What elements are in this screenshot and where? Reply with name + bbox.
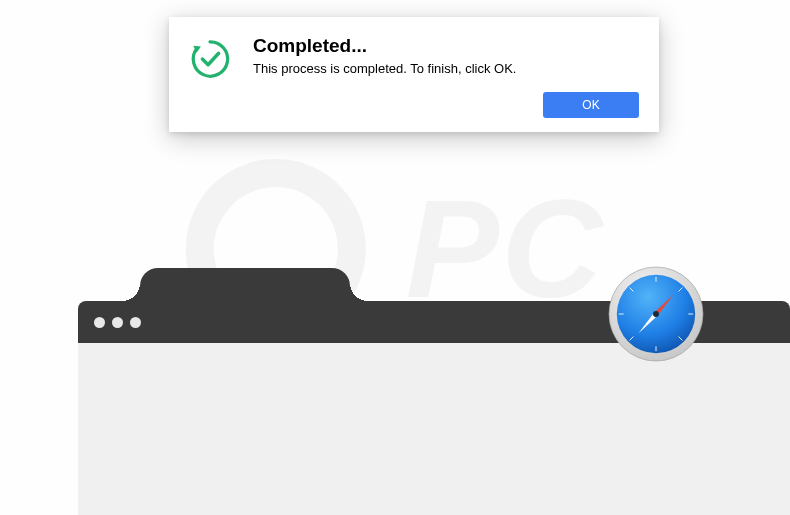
- browser-tab[interactable]: [140, 268, 350, 301]
- dialog-title: Completed...: [253, 35, 639, 57]
- safari-compass-icon: [607, 265, 705, 363]
- dialog-text-block: Completed... This process is completed. …: [253, 35, 639, 76]
- dialog-content: Completed... This process is completed. …: [189, 35, 639, 80]
- window-controls: [94, 317, 141, 328]
- browser-content: [78, 343, 790, 515]
- dialog-actions: OK: [189, 92, 639, 118]
- dialog-message: This process is completed. To finish, cl…: [253, 61, 639, 76]
- completed-dialog: Completed... This process is completed. …: [169, 17, 659, 132]
- ok-button[interactable]: OK: [543, 92, 639, 118]
- check-circle-refresh-icon: [189, 38, 231, 80]
- svg-point-14: [653, 311, 659, 317]
- window-maximize-icon[interactable]: [130, 317, 141, 328]
- window-minimize-icon[interactable]: [112, 317, 123, 328]
- window-close-icon[interactable]: [94, 317, 105, 328]
